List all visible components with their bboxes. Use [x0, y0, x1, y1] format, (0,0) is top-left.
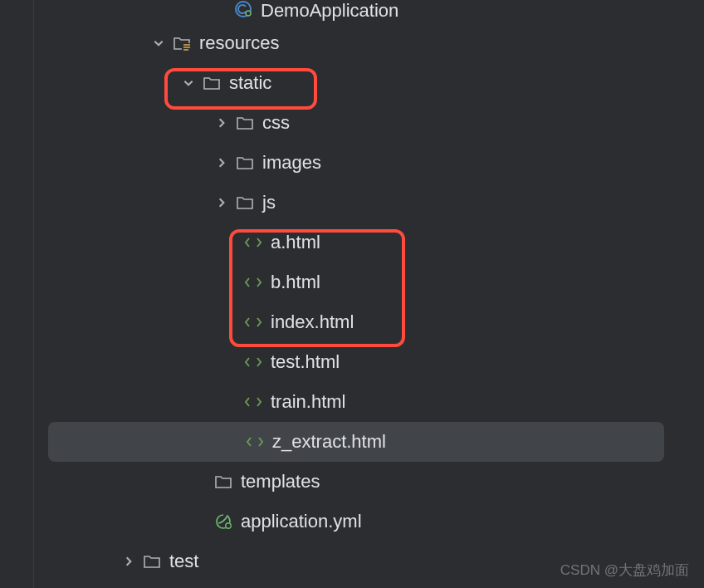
tree-item-static[interactable]: static	[0, 63, 704, 103]
tree-item-css[interactable]: css	[0, 103, 704, 143]
chevron-right-icon	[118, 556, 139, 567]
chevron-down-icon	[148, 37, 169, 49]
folder-icon	[199, 73, 224, 93]
html-file-icon	[241, 352, 266, 372]
html-file-icon	[241, 392, 266, 412]
tree-item-label: DemoApplication	[261, 0, 398, 22]
tree-item-images[interactable]: images	[0, 143, 704, 183]
tree-item-label: application.yml	[241, 511, 362, 532]
tree-item-label: templates	[241, 471, 320, 492]
folder-icon	[232, 113, 257, 133]
html-file-icon	[241, 233, 266, 252]
tree-item-templates[interactable]: templates	[0, 462, 704, 502]
tree-item-label: static	[229, 72, 271, 94]
tree-item-label: js	[262, 192, 276, 213]
folder-icon	[232, 193, 257, 213]
folder-icon	[211, 472, 236, 492]
chevron-right-icon	[211, 117, 232, 129]
resources-folder-icon	[169, 33, 194, 53]
tree-item-label: css	[262, 112, 290, 134]
tree-item-label: b.html	[271, 272, 320, 293]
tree-item-label: images	[262, 152, 321, 174]
class-icon	[231, 0, 256, 18]
chevron-down-icon	[178, 77, 199, 89]
tree-item-z-extract-html[interactable]: z_extract.html	[48, 422, 664, 462]
chevron-right-icon	[211, 197, 232, 208]
tree-item-index-html[interactable]: index.html	[0, 302, 704, 342]
tree-item-train-html[interactable]: train.html	[0, 382, 704, 422]
tree-item-label: test	[169, 551, 198, 572]
tree-item-label: train.html	[271, 391, 345, 413]
project-tree: DemoApplication resources static	[0, 0, 704, 581]
html-file-icon	[241, 272, 266, 292]
html-file-icon	[241, 312, 266, 332]
tree-item-application-yml[interactable]: application.yml	[0, 502, 704, 541]
html-file-icon	[242, 432, 267, 452]
folder-icon	[232, 153, 257, 173]
chevron-right-icon	[211, 157, 232, 169]
tree-item-label: z_extract.html	[272, 431, 386, 453]
tree-item-label: resources	[199, 32, 280, 54]
tree-item-js[interactable]: js	[0, 183, 704, 223]
tree-item-a-html[interactable]: a.html	[0, 223, 704, 262]
tree-item-label: index.html	[271, 311, 354, 333]
folder-icon	[139, 551, 164, 571]
tree-item-b-html[interactable]: b.html	[0, 262, 704, 302]
tree-item-label: a.html	[271, 232, 320, 253]
tree-item-label: test.html	[271, 351, 340, 373]
tree-item-resources[interactable]: resources	[0, 23, 704, 63]
tree-item-test-html[interactable]: test.html	[0, 342, 704, 382]
spring-config-icon	[211, 512, 236, 532]
svg-point-1	[246, 11, 251, 16]
watermark: CSDN @大盘鸡加面	[560, 561, 689, 580]
tree-item-demoapplication[interactable]: DemoApplication	[0, 0, 704, 23]
